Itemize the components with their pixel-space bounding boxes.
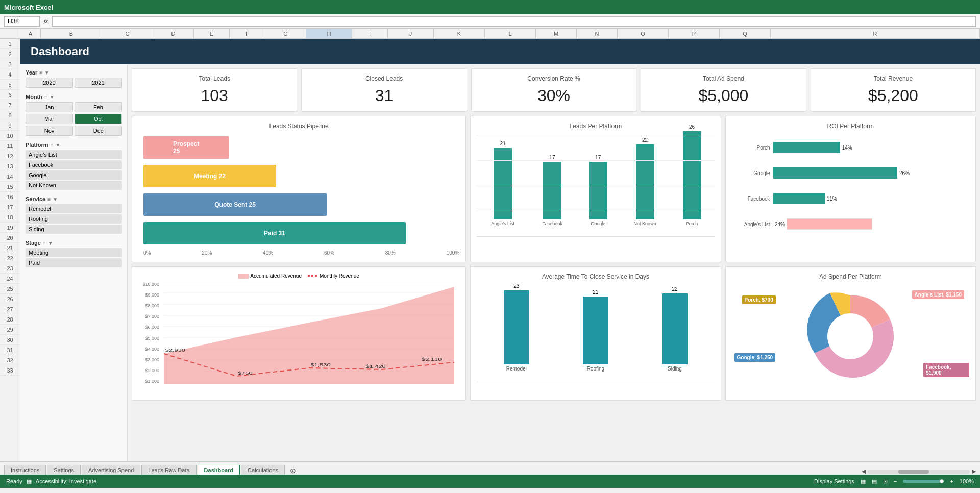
col-R[interactable]: R <box>771 29 980 38</box>
year-filter-grid: 2020 2021 <box>26 78 122 88</box>
row-2: 2 <box>0 49 20 59</box>
service-remodel-item[interactable]: Remodel <box>26 204 122 213</box>
view-page-break-btn[interactable]: ⊡ <box>883 478 888 485</box>
col-H[interactable]: H <box>306 29 352 38</box>
tab-dashboard[interactable]: Dashboard <box>198 465 240 475</box>
service-filter-sort-icon[interactable]: ≡ <box>47 196 51 202</box>
bar-facebook-label: Facebook <box>542 221 562 226</box>
stage-meeting-item[interactable]: Meeting <box>26 248 122 257</box>
axis-40: 40% <box>263 250 273 256</box>
avgtime-chart-card: Average Time To Close Service in Days 23… <box>470 266 721 401</box>
platform-filter-sort-icon[interactable]: ≡ <box>51 142 54 148</box>
month-feb-btn[interactable]: Feb <box>75 102 122 112</box>
tab-calculations[interactable]: Calculations <box>241 465 285 475</box>
col-I[interactable]: I <box>352 29 388 38</box>
roi-platform-title: ROI Per Platform <box>732 122 969 130</box>
scroll-right-btn[interactable]: ▶ <box>972 468 976 475</box>
revenue-legend: Accumulated Revenue Monthly Revenue <box>138 273 459 279</box>
platform-angies-list-item[interactable]: Angie's List <box>26 150 122 159</box>
service-filter-clear-icon[interactable]: ▼ <box>53 196 58 202</box>
kpi-conversion-rate: Conversion Rate % 30% <box>471 68 636 112</box>
service-roofing-item[interactable]: Roofing <box>26 214 122 224</box>
platform-filter-clear-icon[interactable]: ▼ <box>55 142 60 148</box>
month-jan-btn[interactable]: Jan <box>26 102 73 112</box>
dashboard: Dashboard Year ≡ ▼ 2020 2021 <box>20 39 980 461</box>
platform-label-text: Platform <box>26 142 48 148</box>
row-22: 22 <box>0 253 20 263</box>
roi-row-facebook: Facebook 11% <box>737 193 964 204</box>
y-1000: $1,000 <box>138 379 159 384</box>
col-A[interactable]: A <box>20 29 41 38</box>
axis-100: 100% <box>447 250 460 256</box>
month-dec-btn[interactable]: Dec <box>75 126 122 136</box>
col-J[interactable]: J <box>388 29 434 38</box>
rev-label-2: $1,530 <box>310 362 330 367</box>
zoom-in-btn[interactable]: + <box>950 478 953 484</box>
view-layout-btn[interactable]: ▤ <box>872 478 877 485</box>
service-siding-item[interactable]: Siding <box>26 225 122 234</box>
avgtime-col-siding: 22 Siding <box>662 286 688 372</box>
month-oct-btn[interactable]: Oct <box>75 114 122 124</box>
platform-google-item[interactable]: Google <box>26 170 122 180</box>
year-filter-label: Year ≡ ▼ <box>26 69 122 76</box>
col-L[interactable]: L <box>485 29 536 38</box>
zoom-slider[interactable] <box>903 480 944 483</box>
col-Q[interactable]: Q <box>720 29 771 38</box>
bar-porch-label: Porch <box>686 221 698 226</box>
tab-instructions[interactable]: Instructions <box>4 465 46 475</box>
zoom-out-btn[interactable]: − <box>894 478 897 484</box>
col-F[interactable]: F <box>230 29 265 38</box>
excel-title: Microsoft Excel <box>4 4 53 11</box>
year-2021-btn[interactable]: 2021 <box>75 78 122 88</box>
bar-google-value: 17 <box>595 155 601 160</box>
scrollbar-thumb <box>898 470 929 474</box>
cell-reference[interactable] <box>4 16 40 27</box>
platform-notknown-item[interactable]: Not Known <box>26 181 122 190</box>
col-N[interactable]: N <box>577 29 618 38</box>
scroll-left-btn[interactable]: ◀ <box>862 468 866 475</box>
service-filter-list: Remodel Roofing Siding <box>26 204 122 234</box>
formula-input[interactable] <box>52 16 976 27</box>
col-P[interactable]: P <box>669 29 720 38</box>
zoom-thumb <box>940 479 944 483</box>
view-normal-btn[interactable]: ▦ <box>861 478 866 485</box>
horizontal-scrollbar[interactable] <box>868 470 970 474</box>
leads-platform-title: Leads Per Platform <box>477 122 714 130</box>
month-nov-btn[interactable]: Nov <box>26 126 73 136</box>
col-D[interactable]: D <box>153 29 194 38</box>
kpi-row: Total Leads 103 Closed Leads 31 Conversi… <box>132 68 976 112</box>
bar-col-angies: 21 Angie's List <box>490 141 516 226</box>
platform-facebook-item[interactable]: Facebook <box>26 160 122 169</box>
col-E[interactable]: E <box>194 29 230 38</box>
tab-leads-raw-data[interactable]: Leads Raw Data <box>141 465 196 475</box>
tab-settings[interactable]: Settings <box>47 465 81 475</box>
add-sheet-button[interactable]: ⊕ <box>286 466 300 475</box>
stage-filter-sort-icon[interactable]: ≡ <box>43 240 46 246</box>
legend-accumulated-color <box>238 274 249 279</box>
col-C[interactable]: C <box>102 29 153 38</box>
spreadsheet-content: Dashboard Year ≡ ▼ 2020 2021 <box>20 39 980 461</box>
year-filter-clear-icon[interactable]: ▼ <box>44 70 50 76</box>
col-O[interactable]: O <box>618 29 669 38</box>
month-mar-btn[interactable]: Mar <box>26 114 73 124</box>
status-accessibility[interactable]: Accessibility: Investigate <box>36 478 96 484</box>
month-filter-sort-icon[interactable]: ≡ <box>44 94 47 100</box>
row-11: 11 <box>0 141 20 151</box>
adspend-porch-label: Porch, $700 <box>742 295 776 304</box>
year-2020-btn[interactable]: 2020 <box>26 78 73 88</box>
month-filter-clear-icon[interactable]: ▼ <box>50 94 55 100</box>
tab-advertising-spend[interactable]: Advertising Spend <box>82 465 140 475</box>
year-filter-sort-icon[interactable]: ≡ <box>39 70 42 76</box>
charts-row-middle: Leads Status Pipeline Prospect25 <box>132 116 976 262</box>
display-settings[interactable]: Display Settings <box>814 478 854 484</box>
col-G[interactable]: G <box>265 29 306 38</box>
row-16: 16 <box>0 192 20 202</box>
adspend-google-label: Google, $1,250 <box>734 353 776 362</box>
stage-filter-clear-icon[interactable]: ▼ <box>48 240 53 246</box>
stage-paid-item[interactable]: Paid <box>26 258 122 267</box>
col-B[interactable]: B <box>41 29 102 38</box>
kpi-total-ad-spend-title: Total Ad Spend <box>647 75 799 82</box>
col-M[interactable]: M <box>536 29 577 38</box>
rev-label-3: $1,420 <box>366 364 386 369</box>
col-K[interactable]: K <box>434 29 485 38</box>
